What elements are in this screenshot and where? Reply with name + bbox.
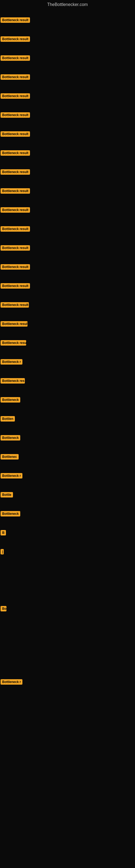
bottleneck-item: Bottleneck r xyxy=(1,359,22,366)
bottleneck-item: Bottleneck result xyxy=(1,283,30,290)
site-title: TheBottlenecker.com xyxy=(0,0,135,9)
bottleneck-item: Bottleneck xyxy=(1,397,20,404)
bottleneck-item: Bottleneck result xyxy=(1,264,30,271)
bottleneck-badge: Bottleneck result xyxy=(1,74,30,80)
bottleneck-item: Bo xyxy=(1,606,6,613)
bottleneck-item: Bottlen xyxy=(1,416,15,423)
bottleneck-badge: Bottleneck result xyxy=(1,264,30,270)
bottleneck-badge: Bottleneck result xyxy=(1,150,30,156)
bottleneck-badge: Bottleneck result xyxy=(1,226,30,231)
bottleneck-badge: Bottle xyxy=(1,492,13,497)
bottleneck-item: Bottleneck result xyxy=(1,18,30,24)
bottleneck-badge: Bottleneck result xyxy=(1,93,30,99)
bottleneck-item: Bottleneck xyxy=(1,511,20,518)
bottleneck-badge: Bottleneck xyxy=(1,397,20,403)
bottleneck-badge: Bottleneck result xyxy=(1,302,29,308)
bottleneck-item: Bottleneck result xyxy=(1,74,30,81)
bottleneck-item: Bottleneck xyxy=(1,435,20,442)
bottleneck-item: Bottleneck result xyxy=(1,55,30,62)
bottleneck-badge: Bottleneck result xyxy=(1,340,26,346)
bottleneck-item: Bottleneck result xyxy=(1,150,30,157)
bottleneck-badge: Bottleneck result xyxy=(1,245,30,251)
bottleneck-item: Bottleneck r xyxy=(1,679,22,686)
bottleneck-badge: Bottleneck result xyxy=(1,188,30,194)
bottleneck-badge: Bottleneck r xyxy=(1,473,22,478)
bottleneck-item: Bottleneck result xyxy=(1,226,30,233)
bottleneck-badge: Bottleneck result xyxy=(1,55,30,61)
bottleneck-badge: Bottleneck result xyxy=(1,321,28,327)
site-title-text: TheBottlenecker.com xyxy=(47,2,88,7)
bottleneck-badge: Bottleneck xyxy=(1,435,20,440)
bottleneck-item: Bottleneck res xyxy=(1,378,25,384)
bottleneck-item: Bottleneck result xyxy=(1,188,30,195)
bottleneck-item: Bottleneck result xyxy=(1,340,26,347)
bottleneck-item: Bottleneck result xyxy=(1,245,30,252)
bottleneck-item: Bottleneck result xyxy=(1,321,28,328)
bottleneck-badge: Bottlen xyxy=(1,416,15,422)
bottleneck-item: Bottleneck result xyxy=(1,207,30,214)
bottleneck-item: Bottleneck result xyxy=(1,131,30,138)
bottleneck-badge: Bottleneck xyxy=(1,511,20,517)
bottleneck-item: Bottleneck result xyxy=(1,169,30,176)
bottleneck-badge: Bottleneck result xyxy=(1,18,30,23)
bottleneck-badge: Bottleneck result xyxy=(1,131,30,137)
bottleneck-item: Bottleneck result xyxy=(1,36,30,43)
bottleneck-item: Bottle xyxy=(1,492,13,499)
bottleneck-item: | xyxy=(1,549,4,556)
bottleneck-badge: Bottleneck r xyxy=(1,359,22,365)
bottleneck-item: Bottleneck result xyxy=(1,302,29,309)
bottleneck-badge: Bottleneck result xyxy=(1,207,30,213)
bottleneck-item: Bottleneck result xyxy=(1,112,30,119)
bottleneck-item: B xyxy=(1,530,6,536)
bottleneck-badge: B xyxy=(1,530,6,535)
bottleneck-badge: Bottleneck res xyxy=(1,378,25,383)
bottleneck-badge: Bo xyxy=(1,606,6,611)
bottleneck-badge: Bottleneck result xyxy=(1,169,30,175)
bottleneck-badge: Bottleneck r xyxy=(1,679,22,685)
bottleneck-badge: Bottleneck result xyxy=(1,283,30,289)
bottleneck-badge: Bottleneck result xyxy=(1,36,30,42)
bottleneck-item: Bottleneck r xyxy=(1,473,22,479)
bottleneck-badge: | xyxy=(1,549,4,554)
bottleneck-item: Bottlenec xyxy=(1,454,18,461)
bottleneck-item: Bottleneck result xyxy=(1,93,30,100)
bottleneck-badge: Bottlenec xyxy=(1,454,18,460)
bottleneck-badge: Bottleneck result xyxy=(1,112,30,118)
